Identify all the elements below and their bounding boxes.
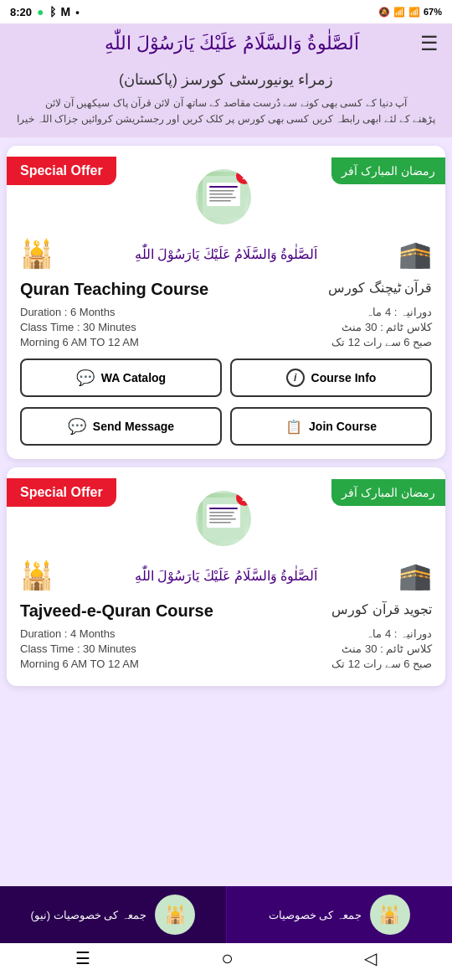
back-nav-icon[interactable]: ◁ xyxy=(364,948,377,968)
battery-display: 67% xyxy=(424,7,442,17)
bottom-icon-1: 🕌 xyxy=(155,895,195,935)
svg-rect-11 xyxy=(209,515,233,517)
bottom-btn-1[interactable]: 🕌 جمعہ کی خصوصیات (نیو) xyxy=(0,886,226,943)
special-offer-badge-1: Special Offer xyxy=(7,157,116,185)
signal-icon: 📶 xyxy=(408,7,420,18)
dot-icon: • xyxy=(75,6,80,18)
bottom-btn-label-2: جمعہ کی خصوصیات xyxy=(269,909,362,921)
mosque-right-icon-1: 🕋 xyxy=(398,238,432,270)
duration-row-2: Duration : 4 Months دورانیہ : 4 ماہ xyxy=(20,627,432,640)
mosque-left-icon-2: 🕌 xyxy=(20,560,54,591)
class-time-ur-2: کلاس ٹائم : 30 منٹ xyxy=(342,642,432,655)
card-banner-2: Special Offer 2 رمضان المبارک آفر xyxy=(7,467,445,518)
svg-rect-3 xyxy=(209,190,234,192)
status-bar: 8:20 ● ᛒ M • 🔕 📶 📶 67% xyxy=(0,0,452,23)
duration-ur-1: دورانیہ : 4 ماہ xyxy=(366,306,432,318)
card-image-circle-2: 2 xyxy=(193,488,254,549)
course-title-en-1: Quran Teaching Course xyxy=(20,280,208,299)
course-info-label-1: Course Info xyxy=(311,371,377,384)
special-offer-badge-2: Special Offer xyxy=(7,478,116,507)
course-title-en-2: Tajveed-e-Quran Course xyxy=(20,601,213,621)
join-course-button-1[interactable]: 📋 Join Course xyxy=(230,407,432,446)
whatsapp-icon-btn-1: 💬 xyxy=(76,369,95,387)
info-icon-1: i xyxy=(286,369,305,387)
bottom-btn-label-1: جمعہ کی خصوصیات (نیو) xyxy=(31,909,147,921)
join-course-label-1: Join Course xyxy=(309,420,377,433)
wa-catalog-button-1[interactable]: 💬 WA Catalog xyxy=(20,358,222,397)
card-banner-1: Special Offer 1 رمضان المبارک آفر xyxy=(7,146,445,196)
svg-rect-9 xyxy=(209,508,238,509)
send-message-button-1[interactable]: 💬 Send Message xyxy=(20,407,222,446)
class-time-ur-1: کلاس ٹائم : 30 منٹ xyxy=(342,321,432,333)
btn-row-top-1: 💬 WA Catalog i Course Info xyxy=(20,358,432,397)
duration-en-1: Duration : 6 Months xyxy=(20,306,115,318)
duration-en-2: Duration : 4 Months xyxy=(20,627,115,640)
duration-ur-2: دورانیہ : 4 ماہ xyxy=(366,627,432,640)
time-display: 8:20 xyxy=(10,6,32,18)
class-time-en-1: Class Time : 30 Minutes xyxy=(20,321,136,333)
app-header: اَلصَّلٰوةُ وَالسَّلَامُ عَلَيْكَ يَارَس… xyxy=(0,23,452,64)
course-title-ur-1: قرآن ٹیچنگ کورس xyxy=(328,280,432,296)
svg-rect-13 xyxy=(209,522,231,524)
card-image-circle-1: 1 xyxy=(193,167,254,227)
hero-subtitle: زمراء یونیورسٹی کورسز (پاکستان) xyxy=(13,70,439,89)
morning-row-1: Morning 6 AM TO 12 AM صبح 6 سے رات 12 تک xyxy=(20,336,432,348)
bottom-nav-bar: 🕌 جمعہ کی خصوصیات (نیو) 🕌 جمعہ کی خصوصیا… xyxy=(0,886,452,943)
course-title-row-1: Quran Teaching Course قرآن ٹیچنگ کورس xyxy=(20,280,432,299)
course-title-ur-2: تجوید قرآن کورس xyxy=(331,601,432,617)
status-left: 8:20 ● ᛒ M • xyxy=(10,5,80,18)
hero-description: آپ دنیا کے کسی بھی کونے سے دُرست مقاصد ک… xyxy=(13,95,439,127)
course-title-row-2: Tajveed-e-Quran Course تجوید قرآن کورس xyxy=(20,601,432,621)
morning-en-2: Morning 6 AM TO 12 AM xyxy=(20,658,139,670)
bottom-icon-2: 🕌 xyxy=(370,895,410,935)
card-body-1: Quran Teaching Course قرآن ٹیچنگ کورس Du… xyxy=(7,273,445,459)
header-arabic-title: اَلصَّلٰوةُ وَالسَّلَامُ عَلَيْكَ يَارَس… xyxy=(44,33,420,54)
svg-rect-6 xyxy=(209,200,231,202)
whatsapp-icon: ● xyxy=(37,5,44,18)
arabic-banner-text-1: اَلصَّلٰوةُ وَالسَّلَامُ عَلَيْكَ يَارَس… xyxy=(60,246,392,262)
card-body-2: Tajveed-e-Quran Course تجوید قرآن کورس D… xyxy=(7,595,445,686)
ramazan-badge-2: رمضان المبارک آفر xyxy=(331,479,445,506)
wifi-icon: 📶 xyxy=(393,7,405,18)
svg-rect-10 xyxy=(209,512,234,513)
bluetooth-icon: ᛒ xyxy=(49,5,56,18)
svg-rect-2 xyxy=(209,186,238,188)
morning-ur-1: صبح 6 سے رات 12 تک xyxy=(331,336,432,348)
course-card-1: Special Offer 1 رمضان المبارک آفر xyxy=(7,146,445,459)
duration-row-1: Duration : 6 Months دورانیہ : 4 ماہ xyxy=(20,306,432,318)
mosque-left-icon-1: 🕌 xyxy=(20,238,54,270)
badge-number-1: 1 xyxy=(236,168,253,184)
svg-rect-12 xyxy=(209,518,236,520)
morning-ur-2: صبح 6 سے رات 12 تک xyxy=(331,658,432,670)
class-time-row-2: Class Time : 30 Minutes کلاس ٹائم : 30 م… xyxy=(20,642,432,655)
mail-icon: M xyxy=(61,5,71,18)
course-info-button-1[interactable]: i Course Info xyxy=(230,358,432,397)
ramazan-badge-1: رمضان المبارک آفر xyxy=(331,157,445,184)
join-icon-1: 📋 xyxy=(285,419,302,435)
svg-rect-4 xyxy=(209,193,233,195)
menu-icon[interactable]: ☰ xyxy=(420,32,439,55)
mosque-right-icon-2: 🕋 xyxy=(398,560,432,591)
status-right: 🔕 📶 📶 67% xyxy=(378,7,442,18)
morning-row-2: Morning 6 AM TO 12 AM صبح 6 سے رات 12 تک xyxy=(20,658,432,670)
course-card-2: Special Offer 2 رمضان المبارک آفر xyxy=(7,467,445,686)
morning-en-1: Morning 6 AM TO 12 AM xyxy=(20,336,139,348)
svg-rect-5 xyxy=(209,197,236,199)
badge-number-2: 2 xyxy=(236,489,253,506)
wa-catalog-label-1: WA Catalog xyxy=(101,371,166,384)
btn-row-bottom-1: 💬 Send Message 📋 Join Course xyxy=(20,407,432,446)
bottom-btn-2[interactable]: 🕌 جمعہ کی خصوصیات xyxy=(226,886,453,943)
class-time-en-2: Class Time : 30 Minutes xyxy=(20,642,136,655)
home-nav-icon[interactable]: ☰ xyxy=(75,948,90,968)
mute-icon: 🔕 xyxy=(378,7,390,18)
circle-nav-icon[interactable]: ○ xyxy=(221,946,234,970)
arabic-banner-text-2: اَلصَّلٰوةُ وَالسَّلَامُ عَلَيْكَ يَارَس… xyxy=(60,568,392,584)
hero-section: زمراء یونیورسٹی کورسز (پاکستان) آپ دنیا … xyxy=(0,64,452,137)
class-time-row-1: Class Time : 30 Minutes کلاس ٹائم : 30 م… xyxy=(20,321,432,333)
whatsapp-icon-msg-1: 💬 xyxy=(68,417,86,436)
send-message-label-1: Send Message xyxy=(93,420,174,433)
